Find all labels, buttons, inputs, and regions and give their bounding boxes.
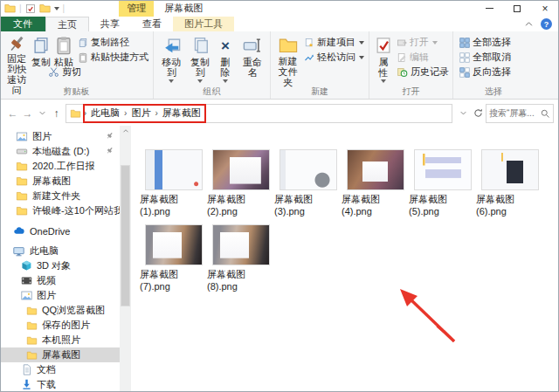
pin-to-quick-access-button[interactable]: 固定到快 速访问	[3, 32, 30, 87]
ribbon: 固定到快 速访问 复制 粘贴 复制路径 粘贴快捷方式 剪切 剪贴板	[0, 31, 559, 100]
sidebar-item-screenshots-selected[interactable]: 屏幕截图	[0, 347, 120, 362]
move-to-button[interactable]: 移动到	[157, 32, 186, 87]
forward-button[interactable]: →	[20, 107, 35, 120]
recent-locations-dropdown-icon[interactable]	[35, 109, 49, 117]
sidebar-item-videos[interactable]: 视频	[0, 273, 120, 288]
new-item-button[interactable]: 新建项目	[301, 35, 367, 50]
search-input[interactable]	[489, 108, 540, 118]
history-button[interactable]: 历史记录	[394, 65, 452, 79]
folder-icon	[16, 161, 28, 172]
search-box[interactable]	[486, 104, 554, 123]
ribbon-group-select: 全部选择 全部取消 反向选择 选择	[453, 31, 534, 99]
properties-quick-icon[interactable]	[25, 3, 36, 14]
select-none-button[interactable]: 全部取消	[457, 50, 514, 65]
picture-icon	[21, 290, 32, 301]
sidebar-item-local-disk-d[interactable]: 本地磁盘 (D:)	[0, 144, 120, 159]
copy-path-icon	[78, 38, 88, 48]
new-item-label: 新建项目	[317, 36, 355, 49]
file-item[interactable]: 屏幕截图(7).png	[140, 225, 207, 292]
minimize-button[interactable]	[475, 0, 503, 17]
onedrive-cloud-icon	[12, 225, 25, 237]
select-all-label: 全部选择	[473, 36, 511, 49]
file-name: 屏幕截图(2).png	[207, 193, 274, 217]
rename-button[interactable]: 重命名	[237, 32, 268, 87]
download-icon	[21, 379, 32, 390]
sidebar-item-onedrive[interactable]: OneDrive	[0, 224, 120, 238]
file-grid: 屏幕截图(1).png 屏幕截图(2).png 屏幕截图(3).png 屏幕截图…	[140, 150, 547, 300]
sidebar-item-new-folder[interactable]: 新建文件夹	[0, 189, 120, 203]
sidebar-item-pictures-pinned[interactable]: 图片	[0, 129, 120, 144]
sidebar-item-3d-objects[interactable]: 3D 对象	[0, 258, 120, 273]
copy-path-button[interactable]: 复制路径	[75, 35, 151, 50]
tab-home[interactable]: 主页	[45, 17, 89, 31]
invert-selection-button[interactable]: 反向选择	[457, 65, 514, 79]
edit-label: 编辑	[410, 51, 429, 64]
move-to-icon	[162, 34, 181, 57]
sidebar-item-pictures[interactable]: 图片	[0, 288, 120, 303]
sidebar-item-downloads[interactable]: 下载	[0, 377, 120, 392]
history-label: 历史记录	[411, 65, 449, 79]
delete-button[interactable]: × 删除	[214, 32, 236, 87]
easy-access-button[interactable]: 轻松访问	[301, 50, 367, 65]
properties-button[interactable]: 属性	[373, 32, 394, 87]
easy-access-dropdown-icon	[359, 56, 364, 59]
sidebar-item-documents[interactable]: 文档	[0, 362, 120, 377]
explorer-folder-icon	[4, 3, 16, 14]
folder-icon	[16, 205, 28, 217]
sidebar-item-xuyinfeng-sites[interactable]: 许银峰-这10个网站我想	[0, 203, 120, 218]
address-dropdown-icon[interactable]	[456, 109, 470, 117]
refresh-icon[interactable]	[470, 107, 486, 119]
sidebar-item-saved-pictures[interactable]: 保存的图片	[0, 318, 120, 333]
new-folder-button[interactable]: 新建 文件夹	[274, 32, 301, 87]
pushpin-icon	[7, 34, 26, 53]
back-button[interactable]: ←	[5, 107, 20, 120]
minimize-icon	[486, 8, 493, 9]
sidebar-item-2020-work-log[interactable]: 2020.工作日报	[0, 159, 120, 174]
breadcrumb-pictures[interactable]: 图片	[127, 107, 155, 120]
file-item[interactable]: 屏幕截图(4).png	[342, 150, 409, 217]
file-item[interactable]: 屏幕截图(3).png	[274, 150, 342, 217]
file-item[interactable]: 屏幕截图(1).png	[140, 150, 207, 217]
sidebar-scrollbar[interactable]	[120, 126, 131, 392]
tab-picture-tools[interactable]: 图片工具	[173, 17, 234, 31]
breadcrumb-screenshots[interactable]: 屏幕截图	[158, 107, 205, 120]
ribbon-group-new: 新建 文件夹 新建项目 轻松访问 新建	[271, 31, 369, 99]
file-item[interactable]: 屏幕截图(8).png	[207, 225, 274, 292]
close-button[interactable]: ×	[531, 0, 559, 17]
ribbon-group-open: 属性 打开 编辑 历史记录 打开	[369, 31, 453, 99]
sidebar-item-local-photos[interactable]: 本机照片	[0, 333, 120, 347]
computer-icon	[12, 245, 25, 258]
easy-access-label: 轻松访问	[317, 51, 355, 64]
tab-view[interactable]: 查看	[131, 17, 173, 31]
scroll-up-icon[interactable]	[120, 127, 131, 134]
sidebar-item-screenshots-quick[interactable]: 屏幕截图	[0, 174, 120, 189]
group-label-new: 新建	[271, 86, 369, 98]
copy-to-button[interactable]: 复制到	[186, 32, 215, 87]
breadcrumb-this-pc[interactable]: 此电脑	[86, 107, 124, 120]
select-all-button[interactable]: 全部选择	[457, 35, 514, 50]
qat-customize-dropdown-icon[interactable]	[54, 7, 59, 10]
cut-button[interactable]: 剪切	[45, 65, 151, 79]
tab-share[interactable]: 共享	[89, 17, 131, 31]
up-button[interactable]: ↑	[49, 107, 64, 120]
location-folder-icon	[70, 108, 81, 119]
sidebar-item-label: 图片	[32, 130, 52, 143]
new-folder-quick-icon[interactable]	[39, 3, 51, 14]
tab-file[interactable]: 文件	[0, 17, 45, 31]
collapse-ribbon-icon[interactable]	[524, 19, 534, 29]
help-icon[interactable]: ?	[541, 18, 552, 30]
file-item[interactable]: 屏幕截图(5).png	[409, 150, 476, 217]
sidebar-item-qq-browser-screenshots[interactable]: QQ浏览器截图	[0, 303, 120, 318]
address-bar: ← → ↑ › 此电脑 › 图片 › 屏幕截图	[0, 100, 559, 126]
file-item[interactable]: 屏幕截图(2).png	[207, 150, 274, 217]
delete-label: 删除	[216, 57, 234, 78]
file-item[interactable]: 屏幕截图(6).png	[476, 150, 543, 217]
paste-shortcut-button[interactable]: 粘贴快捷方式	[75, 50, 151, 65]
sidebar-item-this-pc[interactable]: 此电脑	[0, 244, 120, 258]
file-list-area[interactable]: 屏幕截图(1).png 屏幕截图(2).png 屏幕截图(3).png 屏幕截图…	[131, 126, 559, 392]
maximize-button[interactable]	[503, 0, 531, 17]
breadcrumb[interactable]: › 此电脑 › 图片 › 屏幕截图	[66, 104, 452, 123]
manage-contextual-tab[interactable]: 管理	[119, 0, 154, 17]
scrollbar-thumb[interactable]	[121, 166, 129, 306]
new-folder-label: 新建 文件夹	[276, 56, 300, 87]
